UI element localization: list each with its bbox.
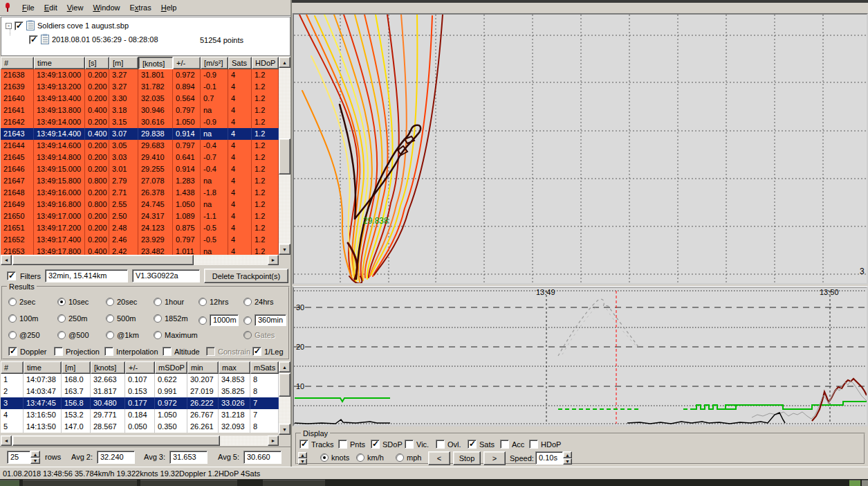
speed-spinner[interactable]: ▲ ▼ (563, 451, 572, 465)
rows-count-field[interactable]: 25 (7, 451, 30, 464)
results-vscroll-thumb[interactable] (279, 373, 290, 397)
taskbar-app-button[interactable] (263, 480, 325, 486)
column-header[interactable]: mSats (250, 361, 279, 374)
checkbox-icon[interactable] (371, 440, 380, 449)
results-hscroll-thumb[interactable] (12, 435, 220, 446)
table-row[interactable]: 114:07:38168.032.6630.1070.62230.20734.8… (1, 374, 290, 386)
taskbar-app-button[interactable] (140, 480, 237, 486)
checkbox-icon[interactable] (338, 440, 347, 449)
table-row[interactable]: 2163913:49:13.2000.2003.2731.7820.894-0.… (1, 81, 290, 93)
table-row[interactable]: 2164813:49:16.0000.2002.7126.3781.438-1.… (1, 187, 290, 199)
spinner-down-icon[interactable]: ▼ (298, 458, 307, 465)
scroll-up-icon[interactable]: ▲ (279, 57, 290, 68)
speed-interval-field[interactable]: 0.10s (535, 451, 563, 465)
table-row[interactable]: 2164913:49:16.8000.8002.5524.7451.050na4… (1, 199, 290, 210)
trackpoint-vscroll-thumb[interactable] (279, 138, 290, 174)
results-hscrollbar[interactable]: ◄ ► (1, 435, 279, 446)
step-forward-button[interactable]: > (483, 451, 506, 465)
radio-1852m[interactable] (154, 314, 162, 323)
table-row[interactable]: 313:47:45156.830.4800.1770.97226.22233.0… (1, 397, 290, 409)
custom-distance-field[interactable]: 1000m (210, 314, 239, 326)
column-header[interactable]: [knots] (138, 57, 173, 69)
radio-kmh[interactable] (356, 453, 364, 462)
radio-at250[interactable] (8, 331, 17, 339)
column-header[interactable]: +/- (173, 57, 201, 69)
table-row[interactable]: 2164113:49:13.8000.4003.1830.9460.797na4… (1, 105, 290, 116)
menu-edit[interactable]: Edit (39, 1, 62, 14)
taskbar-start-icon[interactable] (0, 480, 19, 486)
radio-100m[interactable] (8, 314, 17, 323)
radio-custom-time[interactable] (243, 316, 252, 325)
menu-extras[interactable]: Extras (125, 1, 156, 14)
display-check-acc[interactable]: Acc (500, 440, 529, 449)
display-check-sats[interactable]: Sats (468, 440, 500, 449)
check-doppler[interactable]: Doppler (8, 347, 47, 356)
scroll-down-icon[interactable]: ▼ (279, 424, 290, 435)
checkbox-icon[interactable] (405, 440, 414, 449)
scroll-left-icon[interactable]: ◄ (1, 435, 12, 446)
checkbox-icon[interactable] (54, 347, 63, 356)
checkbox-icon[interactable] (500, 440, 509, 449)
file-label[interactable]: Soldiers cove 1 august.sbp (37, 21, 129, 30)
spinner-down-icon[interactable]: ▼ (563, 458, 572, 465)
column-header[interactable]: Sats (228, 57, 252, 69)
radio-12hrs[interactable] (198, 298, 207, 306)
menu-window[interactable]: Window (88, 1, 124, 14)
session-checkbox[interactable] (29, 35, 38, 44)
checkbox-icon[interactable] (529, 440, 538, 449)
column-header[interactable]: max (219, 361, 250, 374)
table-row[interactable]: 2164513:49:14.8000.2003.0329.4100.641-0.… (1, 152, 290, 163)
tree-expander-icon[interactable]: - (6, 23, 12, 29)
scroll-right-icon[interactable]: ► (268, 435, 279, 446)
results-vscrollbar[interactable]: ▲ ▼ (279, 361, 290, 435)
column-header[interactable]: time (34, 57, 85, 69)
step-back-button[interactable]: < (428, 451, 450, 465)
spinner-up-icon[interactable]: ▲ (30, 451, 40, 458)
track-map[interactable]: 29.838 3 (293, 13, 868, 285)
table-row[interactable]: 2164213:49:14.0000.2003.1530.6161.050-0.… (1, 116, 290, 128)
radio-maximum[interactable] (154, 331, 162, 339)
radio-knots[interactable] (320, 453, 329, 462)
table-row[interactable]: 2164713:49:15.8000.8002.7927.0781.283na4… (1, 175, 290, 187)
checkbox-icon[interactable] (104, 347, 113, 356)
column-header[interactable]: [knots] (91, 361, 125, 374)
table-row[interactable]: 413:16:50153.229.7710.1841.05026.76731.2… (1, 409, 290, 421)
table-row[interactable]: 2164413:49:14.6000.2003.0529.6830.797-0.… (1, 140, 290, 152)
filters-version-field[interactable]: V1.3G0922a (132, 269, 200, 282)
column-header[interactable]: [m/s²] (201, 57, 228, 69)
table-row[interactable]: 2164613:49:15.0000.2003.0129.2550.914-0.… (1, 163, 290, 175)
radio-1hour[interactable] (154, 298, 162, 306)
checkbox-icon[interactable] (206, 347, 215, 356)
column-header[interactable]: # (1, 361, 24, 374)
table-row[interactable]: 214:03:47163.731.8170.1530.99127.01935.8… (1, 386, 290, 397)
display-check-pnts[interactable]: Pnts (338, 440, 371, 449)
check-1-leg[interactable]: 1/Leg (252, 347, 284, 356)
avg5-field[interactable]: 30.660 (243, 451, 281, 464)
avg2-field[interactable]: 32.240 (97, 451, 135, 464)
radio-24hrs[interactable] (243, 298, 252, 306)
radio-custom-distance[interactable] (198, 316, 207, 325)
stop-button[interactable]: Stop (453, 451, 481, 465)
display-check-sdop[interactable]: SDoP (371, 440, 405, 449)
filters-range-field[interactable]: 32min, 15.414km (45, 269, 128, 282)
table-row[interactable]: 2164013:49:13.4000.2003.3032.0350.5640.7… (1, 93, 290, 105)
check-altitude[interactable]: Altitude (163, 347, 200, 356)
taskbar-tray-item[interactable] (862, 480, 868, 486)
speed-chart[interactable]: 30 20 10 13:49 13:50 (293, 286, 868, 426)
table-row[interactable]: 2165313:49:17.8000.4002.4223.4821.011na4… (1, 246, 290, 255)
table-row[interactable]: 514:13:50147.028.5670.0500.35026.26132.0… (1, 421, 290, 433)
trackpoint-hscroll-thumb[interactable] (12, 255, 194, 265)
table-row[interactable]: 2165113:49:17.2000.2002.4824.1230.875-0.… (1, 222, 290, 234)
spinner-down-icon[interactable]: ▼ (30, 458, 40, 464)
avg3-field[interactable]: 31.653 (169, 451, 207, 464)
column-header[interactable]: mSDoP (155, 361, 187, 374)
radio-500m[interactable] (106, 314, 114, 323)
checkbox-icon[interactable] (468, 440, 477, 449)
chart-scale-spinner[interactable]: ▲ ▼ (298, 452, 307, 465)
column-header[interactable]: min (187, 361, 219, 374)
check-interpolation[interactable]: Interpolation (104, 347, 158, 356)
checkbox-icon[interactable] (436, 440, 445, 449)
column-header[interactable]: [m] (109, 57, 138, 69)
spinner-up-icon[interactable]: ▲ (563, 451, 572, 458)
checkbox-icon[interactable] (299, 440, 308, 449)
